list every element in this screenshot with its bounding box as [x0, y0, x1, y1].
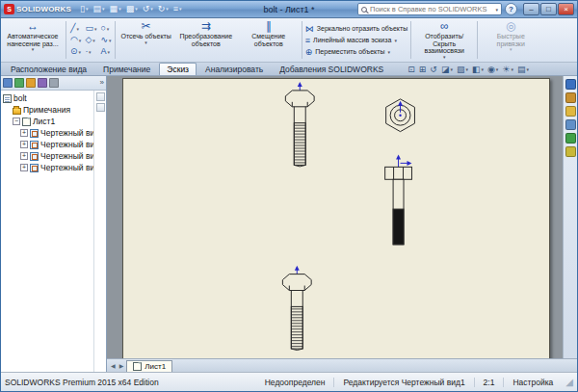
solidworks-logo[interactable]: S SOLIDWORKS — [4, 4, 71, 14]
help-button[interactable]: ? — [505, 3, 517, 15]
line-icon: ╱ — [70, 24, 75, 33]
view-palette-icon[interactable] — [565, 119, 576, 130]
panel-splitter[interactable] — [93, 91, 106, 372]
mirror-icon: ⋈ — [305, 24, 314, 34]
dropdown-icon[interactable]: ▾ — [394, 38, 397, 43]
move-entities-button[interactable]: ⊕ Переместить объекты ▾ — [305, 47, 407, 57]
arc-tool-button[interactable]: ◠ — [69, 35, 82, 46]
tab-sketch[interactable]: Эскиз — [159, 63, 197, 75]
display-relations-button[interactable]: ∞ Отобразить/Скрыть взаимосвязи — [414, 19, 474, 61]
expand-expander-icon[interactable]: + — [20, 164, 28, 171]
tree-item-drawing-view4[interactable]: + Чертежный вид4 — [3, 162, 93, 173]
tree-item-sheet1[interactable]: − Лист1 — [3, 116, 93, 127]
drawing-view-bolt-iso-2[interactable] — [282, 266, 311, 351]
tree-root-bolt[interactable]: bolt — [3, 92, 93, 104]
collapse-expander-icon[interactable]: − — [13, 118, 20, 125]
annotations-folder-icon — [13, 108, 21, 115]
expand-expander-icon[interactable]: + — [20, 152, 28, 160]
text-icon: A — [100, 47, 106, 56]
resize-grip-icon[interactable]: ◢ — [565, 378, 573, 387]
display-style-icon[interactable]: ◧ — [472, 65, 484, 74]
undo-button[interactable]: ↺ — [141, 5, 155, 13]
tab-view-layout[interactable]: Расположение вида — [3, 63, 94, 75]
linear-pattern-button[interactable]: ≡ Линейный массив эскиза ▾ — [305, 36, 407, 45]
sheet-icon — [133, 362, 142, 371]
maximize-button[interactable]: □ — [540, 3, 557, 15]
close-button[interactable]: × — [558, 3, 574, 15]
expand-expander-icon[interactable]: + — [20, 129, 28, 137]
constraint-state-label: Недоопределен — [256, 378, 334, 387]
text-tool-button[interactable]: A — [99, 46, 112, 58]
drawing-view-bolt-side[interactable] — [385, 154, 412, 244]
customize-menu[interactable]: Настройка — [503, 378, 562, 387]
drawing-view-nut-top[interactable] — [386, 99, 415, 132]
drawing-sheet[interactable] — [122, 78, 550, 358]
solidworks-resources-icon[interactable] — [565, 79, 576, 90]
drawing-sheet-graphics — [123, 79, 549, 358]
rectangle-tool-button[interactable]: ▭ — [84, 23, 97, 35]
sketch-entities-grid: ╱ ▭ ○ ◠ ◇ ∿ ⊙ ∙ A — [69, 19, 112, 61]
search-dropdown-icon[interactable]: ▾ — [495, 7, 498, 13]
dropdown-icon[interactable]: ▾ — [387, 49, 390, 55]
polygon-icon: ◇ — [85, 36, 92, 44]
tree-item-annotations[interactable]: Примечания — [3, 104, 93, 116]
dimxpert-manager-tab[interactable] — [38, 78, 47, 88]
design-library-icon[interactable] — [565, 92, 576, 103]
tab-evaluate[interactable]: Анализировать — [197, 63, 271, 75]
zoom-area-icon[interactable]: ⊞ — [419, 65, 427, 74]
minimize-button[interactable]: – — [523, 3, 539, 15]
point-tool-button[interactable]: ∙ — [84, 46, 97, 58]
property-manager-tab[interactable] — [14, 78, 24, 88]
help-search-box[interactable]: ▾ — [357, 3, 502, 15]
tree-item-drawing-view2[interactable]: + Чертежный вид2 — [3, 139, 93, 150]
section-view-icon[interactable]: ◪ — [441, 65, 453, 74]
featuremanager-tree-tab[interactable] — [3, 78, 13, 88]
tab-solidworks-addins[interactable]: Добавления SOLIDWORKS — [272, 63, 391, 75]
panel-scroll-up-button[interactable] — [96, 92, 105, 101]
offset-entities-button[interactable]: ∥ Смещение объектов — [239, 19, 299, 61]
panel-split-button[interactable] — [96, 103, 105, 112]
point-icon: ∙ — [85, 47, 88, 56]
ellipse-tool-button[interactable]: ⊙ — [69, 46, 82, 58]
expand-expander-icon[interactable]: + — [20, 141, 28, 148]
auto-dimension-button[interactable]: ↔ Автоматическое нанесение раз... — [3, 19, 63, 61]
zoom-fit-icon[interactable]: ⊡ — [407, 65, 415, 74]
arc-icon: ◠ — [70, 36, 78, 44]
previous-view-icon[interactable]: ↺ — [430, 65, 437, 74]
options-button[interactable]: ≡ — [171, 5, 184, 13]
hide-show-items-icon[interactable]: ◉ — [487, 65, 498, 74]
main-area: » bolt Примечания − Лист1 — [1, 76, 577, 372]
line-tool-button[interactable]: ╱ — [69, 23, 82, 35]
next-sheet-icon[interactable]: ▶ — [118, 362, 125, 369]
drawing-view-bolt-iso-1[interactable] — [285, 82, 314, 167]
display-manager-tab[interactable] — [49, 78, 59, 88]
save-button[interactable]: ▦ — [108, 5, 123, 13]
appearances-scenes-icon[interactable] — [565, 133, 576, 144]
apply-scene-icon[interactable]: ▤ — [517, 65, 529, 74]
graphics-area[interactable] — [107, 76, 577, 358]
polygon-tool-button[interactable]: ◇ — [84, 35, 97, 46]
edit-appearance-icon[interactable]: ☀ — [502, 65, 513, 74]
more-tabs-chevron-icon[interactable]: » — [100, 79, 104, 87]
tree-item-drawing-view3[interactable]: + Чертежный вид3 — [3, 150, 93, 162]
mirror-entities-button[interactable]: ⋈ Зеркально отразить объекты — [305, 24, 407, 34]
feature-tree: bolt Примечания − Лист1 + Чертежный — [1, 91, 93, 372]
convert-entities-button[interactable]: ⇉ Преобразование объектов — [176, 19, 236, 61]
print-button[interactable]: ▩ — [124, 5, 140, 13]
new-document-button[interactable]: ▯ — [78, 5, 90, 13]
file-explorer-icon[interactable] — [565, 106, 576, 117]
tab-annotation[interactable]: Примечание — [95, 63, 158, 75]
previous-sheet-icon[interactable]: ◀ — [110, 362, 117, 369]
spline-tool-button[interactable]: ∿ — [99, 35, 112, 46]
circle-tool-button[interactable]: ○ — [99, 23, 112, 35]
tree-item-drawing-view1[interactable]: + Чертежный вид1 — [3, 127, 93, 139]
search-input[interactable] — [370, 5, 495, 13]
view-orientation-icon[interactable]: ▧ — [457, 65, 468, 74]
sheet-tab-sheet1[interactable]: Лист1 — [126, 360, 172, 372]
trim-entities-button[interactable]: ✂ Отсечь объекты — [118, 19, 172, 61]
custom-properties-icon[interactable] — [565, 146, 576, 157]
rebuild-button[interactable]: ↻ — [156, 5, 171, 13]
quick-snaps-button[interactable]: ◎ Быстрые привязки — [481, 19, 540, 61]
open-document-button[interactable]: ▤ — [92, 5, 107, 13]
configuration-manager-tab[interactable] — [26, 78, 36, 88]
